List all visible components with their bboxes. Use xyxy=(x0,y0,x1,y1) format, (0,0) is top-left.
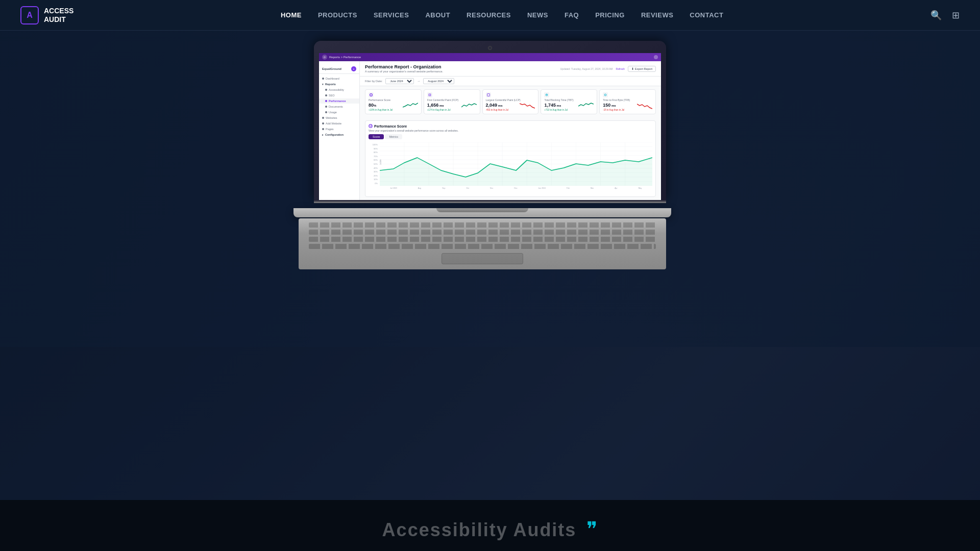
nav-links: HOME PRODUCTS SERVICES ABOUT RESOURCES N… xyxy=(281,11,724,19)
metric-label-ttfb: Time to First Byte (TFB) xyxy=(603,98,652,102)
sidebar-item-dashboard[interactable]: Dashboard xyxy=(319,76,359,81)
main-header-info: Performance Report - Organization A summ… xyxy=(365,64,443,73)
export-button[interactable]: ⬇ Export Report xyxy=(628,66,656,72)
metric-card-lcp: Largest Contentful Paint (LCP) 2,049 ms … xyxy=(482,89,539,114)
metric-card-tbt: Total Blocking Time (TBT) 1,745 ms +710 … xyxy=(541,89,597,114)
sidebar-item-websites[interactable]: Websites xyxy=(319,115,359,120)
filter-label: Filter by Date: xyxy=(365,80,382,83)
reports-arrow-icon: ▾ xyxy=(322,83,324,86)
export-icon: ⬇ xyxy=(631,67,634,70)
chart-card: Performance Score View your organization… xyxy=(365,120,656,197)
x-label-apr: Apr xyxy=(615,187,617,189)
chart-tab-score[interactable]: Score xyxy=(369,134,384,139)
bottom-text: Accessibility Audits xyxy=(382,519,577,541)
sidebar-item-documents[interactable]: Documents xyxy=(319,104,359,109)
y-label-80: 80% xyxy=(369,151,379,154)
x-label-nov: Nov xyxy=(490,187,493,189)
app-sidebar: EqualGround + Dashboard ▾ Reports xyxy=(319,61,360,200)
dashboard-dot-icon xyxy=(322,78,324,80)
nav-pricing[interactable]: PRICING xyxy=(595,11,625,19)
svg-rect-2 xyxy=(487,94,489,96)
sidebar-org: EqualGround + xyxy=(319,64,359,74)
config-arrow-icon: ▸ xyxy=(322,133,324,136)
sparkline-performance xyxy=(403,102,418,110)
breadcrumb: Reports > Performance xyxy=(329,56,361,59)
tbt-metric-icon xyxy=(544,92,549,97)
chart-section: Performance Score View your organization… xyxy=(360,117,661,200)
nav-products[interactable]: PRODUCTS xyxy=(318,11,357,19)
performance-dot-icon xyxy=(325,100,327,102)
sparkline-tbt xyxy=(578,102,594,110)
chart-header: Performance Score xyxy=(369,124,652,128)
filter-from-select[interactable]: June 2024 xyxy=(385,78,414,84)
chart-plot: Score xyxy=(380,142,652,186)
x-label-sep: Sep xyxy=(442,187,445,189)
x-label-dec: Dec xyxy=(514,187,517,189)
x-label-jan24: Jan 2024 xyxy=(538,187,546,189)
nav-resources[interactable]: RESOURCES xyxy=(467,11,511,19)
x-label-mar: Mar xyxy=(591,187,594,189)
sidebar-item-accessibility[interactable]: Accessibility xyxy=(319,87,359,92)
chart-svg: Score xyxy=(380,142,652,186)
chart-x-axis: Jul 2023 Aug Sep Oct Nov Dec Jan 2024 Fe… xyxy=(380,187,652,193)
svg-marker-28 xyxy=(380,158,652,186)
add-website-dot-icon xyxy=(322,122,324,124)
x-label-feb: Feb xyxy=(567,187,570,189)
laptop: ⟳ Reports > Performance EqualGround + xyxy=(306,41,674,269)
logo[interactable]: A ACCESS AUDIT xyxy=(20,6,74,24)
filter-to-select[interactable]: August 2024 xyxy=(423,78,454,84)
metric-label-tbt: Total Blocking Time (TBT) xyxy=(544,98,594,102)
y-label-90: 90% xyxy=(369,147,379,150)
y-label-60: 60% xyxy=(369,159,379,161)
app-topbar-left: ⟳ Reports > Performance xyxy=(322,55,361,60)
nav-faq[interactable]: FAQ xyxy=(565,11,579,19)
documents-dot-icon xyxy=(325,106,327,108)
ttfb-metric-icon xyxy=(603,92,608,97)
nav-reviews[interactable]: REVIEWS xyxy=(641,11,673,19)
main-header-right: Updated: Tuesday, August 27, 2024, 10:29… xyxy=(560,66,656,72)
app-logo-small: ⟳ xyxy=(322,55,327,60)
y-label-50: 50% xyxy=(369,163,379,165)
top-navigation: A ACCESS AUDIT HOME PRODUCTS SERVICES AB… xyxy=(0,0,980,31)
chart-tab-metrics[interactable]: Metrics xyxy=(385,134,402,139)
chart-area: 100% 90% 80% 70% 60% 50% 40% 30% 20% xyxy=(369,142,652,193)
y-label-0: 0% xyxy=(369,182,379,185)
sidebar-item-usage[interactable]: Usage xyxy=(319,110,359,115)
sidebar-item-reports[interactable]: ▾ Reports xyxy=(319,82,359,87)
close-button-dot[interactable] xyxy=(654,55,658,59)
sparkline-lcp xyxy=(520,102,535,110)
refresh-link[interactable]: Refresh xyxy=(616,67,625,70)
app-body: EqualGround + Dashboard ▾ Reports xyxy=(319,61,661,200)
laptop-keyboard xyxy=(299,218,666,269)
metric-label-performance: Performance Score xyxy=(369,98,418,102)
grid-icon[interactable]: ⊞ xyxy=(952,10,960,21)
nav-about[interactable]: ABOUT xyxy=(425,11,450,19)
metric-card-ttfb: Time to First Byte (TFB) 150 ms -15 in A… xyxy=(599,89,656,114)
svg-point-5 xyxy=(604,94,606,96)
svg-text:Score: Score xyxy=(380,159,382,165)
x-label-jul23: Jul 2023 xyxy=(390,187,397,189)
chart-title: Performance Score xyxy=(374,124,407,128)
nav-services[interactable]: SERVICES xyxy=(374,11,409,19)
bottom-bar: Accessibility Audits ❞ xyxy=(0,500,980,551)
sparkline-fcp xyxy=(461,102,477,110)
filter-arrow-icon: → xyxy=(417,80,420,83)
sidebar-item-add-website[interactable]: Add Website xyxy=(319,121,359,126)
nav-news[interactable]: NEWS xyxy=(527,11,548,19)
logo-text: ACCESS AUDIT xyxy=(44,7,74,24)
sidebar-item-performance[interactable]: Performance xyxy=(319,98,359,104)
nav-contact[interactable]: CONTACT xyxy=(690,11,723,19)
pages-dot-icon xyxy=(322,128,324,130)
x-label-may: May xyxy=(639,187,642,189)
sidebar-item-seo[interactable]: SEO xyxy=(319,93,359,98)
laptop-hinge xyxy=(314,200,666,203)
performance-metric-icon xyxy=(369,92,374,97)
y-label-10: 10% xyxy=(369,178,379,181)
chart-tabs: Score Metrics xyxy=(369,134,652,139)
sidebar-item-pages[interactable]: Pages xyxy=(319,127,359,132)
search-icon[interactable]: 🔍 xyxy=(930,10,942,21)
nav-home[interactable]: HOME xyxy=(281,11,302,19)
sidebar-item-configuration[interactable]: ▸ Configuration xyxy=(319,132,359,137)
sparkline-ttfb xyxy=(637,102,652,110)
touchpad xyxy=(442,253,523,264)
